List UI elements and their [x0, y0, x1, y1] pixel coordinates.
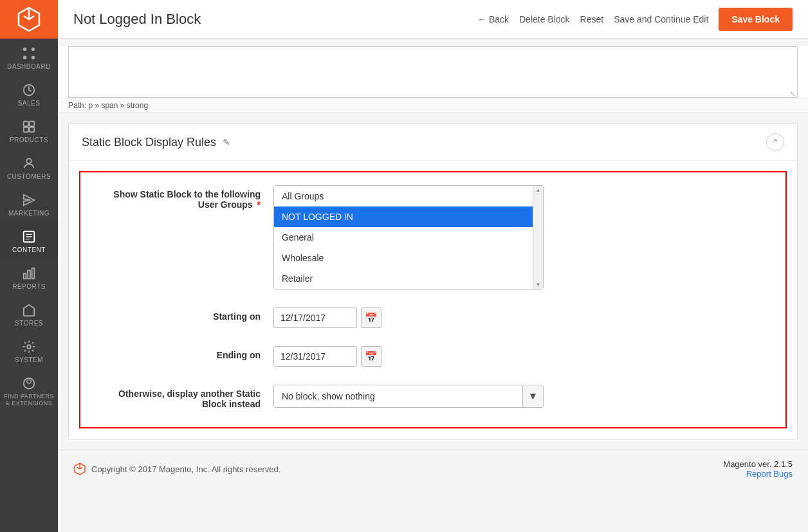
svg-rect-14 [28, 270, 30, 279]
save-continue-button[interactable]: Save and Continue Edit [614, 14, 708, 24]
otherwise-control: No block, show nothing ▼ [273, 385, 544, 408]
path-value: p » span » strong [88, 101, 148, 110]
listbox-scrollbar: ▲ ▼ [533, 186, 543, 289]
list-option-not-logged-in[interactable]: NOT LOGGED IN [274, 206, 543, 227]
listbox-scroll-area: All Groups NOT LOGGED IN General Wholesa… [274, 186, 543, 289]
sidebar-item-products[interactable]: PRODUCTS [0, 112, 58, 149]
rules-section-header: Static Block Display Rules ✎ ⌃ [69, 124, 797, 161]
ending-on-input[interactable] [273, 346, 357, 367]
list-option-wholesale[interactable]: Wholesale [274, 248, 543, 268]
svg-point-3 [23, 56, 27, 60]
list-option-retailer[interactable]: Retailer [274, 268, 543, 289]
footer-copyright: Copyright © 2017 Magento, Inc. All right… [91, 464, 280, 474]
content-area: ⤡ Path: p » span » strong Static Block D… [58, 39, 808, 532]
user-groups-listbox[interactable]: All Groups NOT LOGGED IN General Wholesa… [273, 185, 544, 289]
svg-rect-13 [24, 273, 26, 279]
rules-title-area: Static Block Display Rules ✎ [82, 136, 230, 149]
svg-point-10 [26, 159, 31, 163]
path-label: Path: [68, 101, 86, 110]
svg-point-4 [32, 56, 35, 60]
starting-on-calendar-button[interactable]: 📅 [361, 307, 381, 328]
calendar-icon: 📅 [365, 351, 378, 363]
sidebar-item-customers[interactable]: CUSTOMERS [0, 149, 58, 185]
footer-magento-icon [73, 463, 86, 475]
collapse-chevron-icon: ⌃ [772, 138, 779, 147]
editor-path: Path: p » span » strong [58, 98, 808, 113]
svg-rect-9 [30, 127, 34, 132]
report-bugs-link[interactable]: Report Bugs [746, 469, 793, 479]
sidebar-item-label: CONTENT [12, 246, 46, 253]
otherwise-dropdown-arrow[interactable]: ▼ [522, 385, 543, 407]
sidebar-item-label: PRODUCTS [10, 136, 48, 143]
otherwise-row: Otherwise, display another Static Block … [93, 385, 773, 409]
rules-form-content: Show Static Block to the following User … [79, 171, 787, 428]
otherwise-label: Otherwise, display another Static Block … [93, 385, 261, 409]
back-arrow-icon: ← [477, 14, 486, 24]
header-actions: ← Back Delete Block Reset Save and Conti… [477, 8, 793, 31]
svg-marker-11 [24, 195, 35, 206]
edit-pencil-icon[interactable]: ✎ [223, 137, 230, 147]
list-option-general[interactable]: General [274, 227, 543, 248]
svg-point-16 [27, 345, 31, 349]
editor-section: ⤡ Path: p » span » strong [58, 46, 808, 113]
sidebar-item-label: DASHBOARD [7, 63, 51, 70]
page-footer: Copyright © 2017 Magento, Inc. All right… [58, 450, 808, 488]
editor-resize-handle[interactable]: ⤡ [789, 89, 797, 97]
starting-on-row: Starting on 📅 [93, 307, 773, 328]
sidebar-item-content[interactable]: CONTENT [0, 222, 58, 259]
rules-section: Static Block Display Rules ✎ ⌃ Show Stat… [68, 124, 798, 439]
starting-on-control: 📅 [273, 307, 544, 328]
sidebar-item-label: SYSTEM [15, 356, 43, 363]
sidebar-item-label: STORES [15, 320, 43, 327]
main-area: Not Logged In Block ← Back Delete Block … [58, 0, 808, 532]
editor-box[interactable]: ⤡ [68, 46, 798, 98]
sidebar-item-find-partners[interactable]: FIND PARTNERS & EXTENSIONS [0, 369, 58, 412]
svg-rect-7 [30, 122, 34, 126]
required-indicator: * [257, 199, 261, 210]
ending-on-calendar-button[interactable]: 📅 [361, 346, 381, 367]
sidebar-item-label: SALES [18, 100, 41, 107]
sidebar-item-label: FIND PARTNERS & EXTENSIONS [3, 393, 55, 407]
ending-on-input-wrap: 📅 [273, 346, 544, 367]
starting-on-input-wrap: 📅 [273, 307, 544, 328]
sidebar-item-reports[interactable]: REPORTS [0, 259, 58, 295]
page-title: Not Logged In Block [73, 11, 464, 28]
sidebar-item-label: MARKETING [8, 210, 50, 217]
footer-logo-area: Copyright © 2017 Magento, Inc. All right… [73, 463, 280, 475]
starting-on-label: Starting on [93, 307, 261, 322]
sidebar: DASHBOARD SALES PRODUCTS CUSTOMERS MARKE… [0, 0, 58, 532]
delete-block-button[interactable]: Delete Block [519, 14, 570, 24]
sidebar-item-stores[interactable]: STORES [0, 295, 58, 332]
footer-right: Magento ver. 2.1.5 Report Bugs [723, 459, 793, 479]
svg-rect-15 [32, 268, 35, 279]
otherwise-select[interactable]: No block, show nothing ▼ [273, 385, 544, 408]
collapse-section-button[interactable]: ⌃ [766, 133, 784, 151]
save-block-button[interactable]: Save Block [719, 8, 793, 31]
svg-rect-6 [24, 122, 28, 126]
sidebar-item-dashboard[interactable]: DASHBOARD [0, 39, 58, 75]
user-groups-row: Show Static Block to the following User … [93, 185, 773, 289]
ending-on-row: Ending on 📅 [93, 346, 773, 367]
ending-on-control: 📅 [273, 346, 544, 367]
rules-section-title: Static Block Display Rules [82, 136, 216, 149]
footer-version: Magento ver. 2.1.5 [723, 459, 793, 469]
calendar-icon: 📅 [365, 312, 378, 324]
sidebar-item-sales[interactable]: SALES [0, 75, 58, 112]
sidebar-item-system[interactable]: SYSTEM [0, 332, 58, 369]
sidebar-item-label: CUSTOMERS [7, 173, 51, 180]
ending-on-label: Ending on [93, 346, 261, 360]
otherwise-select-value: No block, show nothing [274, 386, 522, 407]
list-option-all-groups[interactable]: All Groups [274, 186, 543, 206]
sidebar-item-label: REPORTS [12, 283, 46, 290]
reset-button[interactable]: Reset [580, 14, 604, 24]
user-groups-label: Show Static Block to the following User … [93, 185, 261, 210]
magento-logo [0, 0, 58, 39]
svg-point-2 [32, 48, 35, 51]
back-button[interactable]: ← Back [477, 14, 509, 24]
svg-rect-8 [24, 127, 28, 132]
svg-point-1 [23, 48, 27, 51]
starting-on-input[interactable] [273, 307, 357, 328]
sidebar-item-marketing[interactable]: MARKETING [0, 185, 58, 222]
page-header: Not Logged In Block ← Back Delete Block … [58, 0, 808, 39]
user-groups-control: All Groups NOT LOGGED IN General Wholesa… [273, 185, 544, 289]
